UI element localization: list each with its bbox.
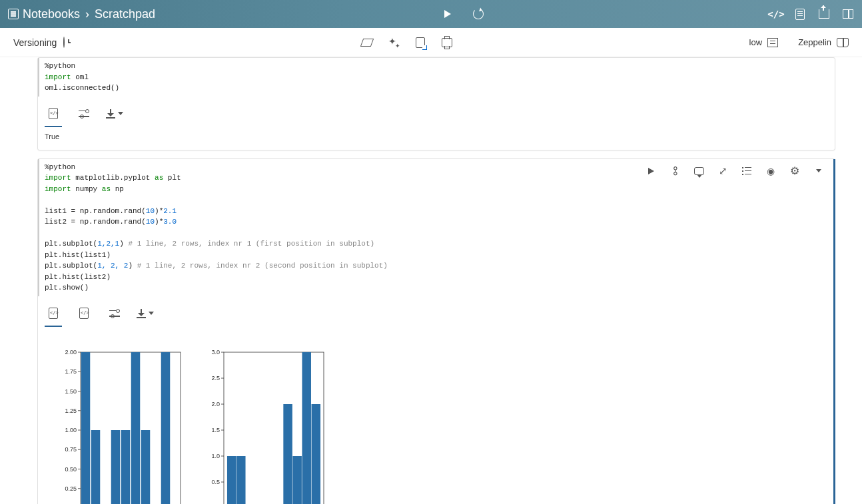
output-download-button[interactable]	[137, 304, 154, 323]
svg-rect-6	[141, 430, 151, 505]
run-all-button[interactable]	[442, 8, 454, 20]
sliders-icon	[109, 310, 120, 317]
priority-selector[interactable]: low	[749, 37, 779, 47]
layout-icon	[843, 9, 853, 19]
print-icon	[442, 38, 452, 47]
cell-1: %python import oml oml.isconnected() Tru…	[37, 57, 835, 150]
svg-rect-37	[283, 404, 292, 505]
priority-label: low	[749, 37, 763, 47]
output-image-tab[interactable]	[45, 304, 62, 323]
clear-output-button[interactable]	[361, 37, 373, 49]
svg-text:2.00: 2.00	[65, 349, 77, 356]
histogram-chart-1: 0.000.250.500.751.001.251.501.752.000.51…	[58, 347, 185, 505]
svg-text:0.5: 0.5	[211, 479, 220, 485]
image-output-icon	[49, 308, 58, 319]
svg-text:2.0: 2.0	[211, 401, 220, 407]
cell-1-output: True	[38, 127, 835, 150]
svg-text:0.50: 0.50	[65, 465, 77, 472]
top-bar: Notebooks › Scratchpad </>	[0, 0, 862, 28]
cell-settings-button[interactable]	[789, 166, 800, 176]
refresh-button[interactable]	[472, 8, 484, 20]
breadcrumb-current[interactable]: Scratchpad	[95, 7, 155, 21]
svg-text:1.75: 1.75	[65, 368, 77, 375]
svg-rect-1	[81, 352, 91, 505]
download-icon	[137, 309, 146, 318]
svg-text:1.0: 1.0	[211, 453, 220, 459]
interpreter-selector[interactable]: Zeppelin	[798, 37, 849, 47]
cell-2-output-toolbar	[38, 296, 835, 327]
list-icon	[742, 167, 751, 175]
output-settings-button[interactable]	[75, 105, 93, 123]
export-icon	[819, 9, 829, 19]
output-download-button[interactable]	[106, 105, 123, 123]
svg-rect-3	[111, 430, 121, 505]
svg-text:0.75: 0.75	[65, 446, 77, 453]
export-button[interactable]	[818, 8, 830, 20]
notebook-icon	[8, 9, 19, 19]
magic-button[interactable]	[388, 37, 400, 49]
svg-rect-7	[161, 352, 171, 505]
cell-1-output-toolbar	[38, 97, 835, 127]
outline-button[interactable]	[741, 166, 752, 176]
svg-text:1.50: 1.50	[65, 387, 77, 394]
cell-2-output-charts: 0.000.250.500.751.001.251.501.752.000.51…	[38, 327, 835, 505]
document-icon	[795, 9, 805, 20]
cell-2-actions	[646, 166, 821, 176]
play-icon	[444, 10, 451, 18]
copy-icon	[416, 37, 425, 48]
sub-toolbar: Versioning low Zeppelin	[0, 28, 862, 57]
comment-icon	[694, 167, 704, 175]
svg-rect-40	[312, 404, 321, 505]
svg-text:1.25: 1.25	[65, 407, 77, 413]
svg-rect-36	[236, 456, 246, 505]
breadcrumb-separator: ›	[85, 7, 89, 21]
dependency-button[interactable]	[669, 166, 680, 176]
svg-rect-39	[302, 352, 311, 505]
notebook-content: %python import oml oml.isconnected() Tru…	[0, 57, 862, 504]
svg-rect-35	[227, 456, 236, 505]
breadcrumb: Notebooks › Scratchpad	[8, 7, 155, 21]
visibility-button[interactable]	[765, 166, 776, 176]
code-output-icon	[49, 108, 58, 119]
code-view-button[interactable]: </>	[770, 8, 782, 20]
expand-button[interactable]	[717, 166, 728, 176]
sparkle-icon	[388, 37, 399, 48]
history-button[interactable]	[63, 37, 65, 47]
priority-icon	[767, 38, 778, 47]
document-button[interactable]	[794, 8, 806, 20]
histogram-chart-2: 0.00.51.01.52.02.53.00.00.51.01.52.02.53…	[201, 347, 328, 505]
cell-2: %python import matplotlib.pyplot as plt …	[37, 158, 835, 505]
eraser-icon	[360, 39, 374, 47]
chevron-down-icon	[118, 112, 123, 115]
svg-text:1.5: 1.5	[211, 427, 220, 433]
layout-button[interactable]	[842, 8, 854, 20]
output-code-tab[interactable]	[45, 105, 62, 123]
comment-button[interactable]	[693, 166, 704, 176]
run-cell-button[interactable]	[646, 166, 656, 176]
svg-text:0.25: 0.25	[65, 485, 77, 491]
refresh-icon	[473, 9, 484, 19]
svg-text:1.00: 1.00	[65, 427, 77, 433]
clock-icon	[63, 37, 65, 48]
svg-text:2.5: 2.5	[211, 375, 220, 381]
cell-2-code[interactable]: %python import matplotlib.pyplot as plt …	[38, 159, 835, 296]
sliders-icon	[79, 111, 89, 117]
svg-rect-4	[121, 430, 131, 505]
chevron-down-icon[interactable]	[816, 169, 821, 172]
copy-button[interactable]	[414, 37, 426, 49]
cell-1-code[interactable]: %python import oml oml.isconnected()	[38, 58, 835, 97]
svg-rect-38	[292, 456, 302, 505]
download-icon	[106, 109, 115, 119]
interpreter-label: Zeppelin	[798, 37, 831, 47]
svg-rect-5	[131, 352, 141, 505]
svg-rect-2	[91, 430, 101, 505]
svg-text:3.0: 3.0	[211, 349, 220, 356]
code-output-icon	[79, 308, 89, 319]
breadcrumb-root[interactable]: Notebooks	[23, 7, 80, 21]
versioning-button[interactable]: Versioning	[13, 37, 57, 48]
book-icon	[837, 38, 849, 47]
print-button[interactable]	[441, 37, 453, 49]
output-settings-button[interactable]	[106, 304, 123, 323]
output-code-tab[interactable]	[75, 304, 93, 323]
chevron-down-icon	[149, 312, 154, 315]
